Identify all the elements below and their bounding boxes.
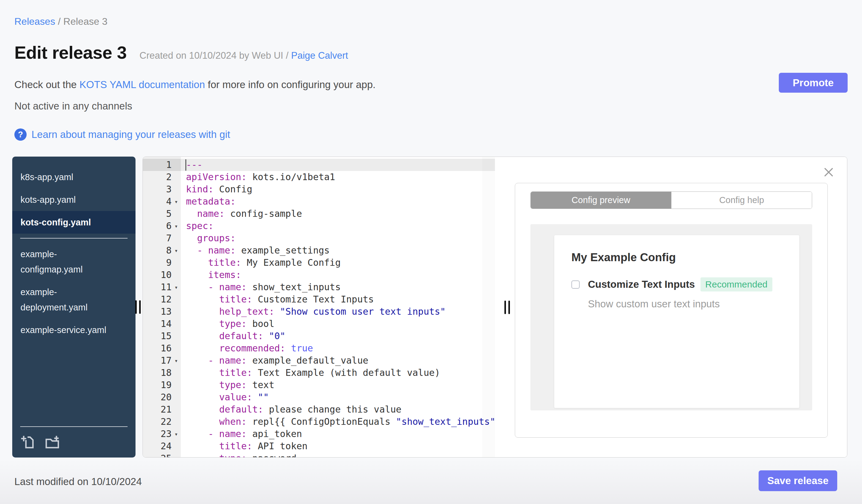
- line-number: 10: [143, 269, 172, 281]
- config-item-help-text: Show custom user text inputs: [588, 298, 782, 310]
- code-line[interactable]: title: Customize Text Inputs: [181, 293, 495, 306]
- file-list-bottom: example-configmap.yamlexample-deployment…: [12, 243, 135, 341]
- file-item[interactable]: kots-config.yaml: [12, 211, 135, 234]
- file-list-divider: [20, 238, 128, 239]
- code-line[interactable]: help_text: "Show custom user text inputs…: [181, 306, 495, 318]
- gutter-row: 21: [143, 403, 181, 416]
- kots-docs-link[interactable]: KOTS YAML documentation: [80, 79, 205, 90]
- file-item[interactable]: example-deployment.yaml: [12, 281, 135, 319]
- code-line[interactable]: value: "": [181, 391, 495, 403]
- sidebar-resize-handle[interactable]: [135, 300, 141, 314]
- editor-scrollbar[interactable]: [482, 157, 495, 457]
- line-number: 8: [143, 244, 172, 256]
- config-group-card: My Example Config Customize Text Inputs …: [554, 235, 799, 408]
- yaml-editor[interactable]: 1234▾56▾78▾91011▾121314151617▾1819202122…: [143, 157, 495, 457]
- author-link[interactable]: Paige Calvert: [291, 50, 348, 61]
- promote-button[interactable]: Promote: [779, 73, 848, 93]
- gutter-row: 12: [143, 293, 181, 306]
- code-line[interactable]: ---: [181, 159, 495, 171]
- fold-arrow-placeholder: [172, 293, 181, 306]
- tab-config-help[interactable]: Config help: [671, 192, 812, 209]
- gutter-row: 3: [143, 183, 181, 196]
- gutter-row: 2: [143, 171, 181, 183]
- fold-arrow-icon[interactable]: ▾: [172, 220, 181, 232]
- code-line[interactable]: kind: Config: [181, 183, 495, 196]
- code-line[interactable]: default: please change this value: [181, 403, 495, 416]
- channel-status: Not active in any channels: [14, 100, 132, 112]
- fold-arrow-placeholder: [172, 391, 181, 403]
- recommended-badge: Recommended: [701, 277, 772, 291]
- git-help-row: ? Learn about managing your releases wit…: [14, 129, 230, 141]
- line-number: 15: [143, 330, 172, 342]
- code-line[interactable]: type: bool: [181, 318, 495, 330]
- code-line[interactable]: apiVersion: kots.io/v1beta1: [181, 171, 495, 183]
- file-item[interactable]: kots-app.yaml: [12, 188, 135, 211]
- code-line[interactable]: default: "0": [181, 330, 495, 342]
- config-item-row: Customize Text Inputs Recommended: [571, 277, 782, 291]
- code-line[interactable]: metadata:: [181, 196, 495, 208]
- fold-arrow-placeholder: [172, 269, 181, 281]
- code-line[interactable]: when: repl{{ ConfigOptionEquals "show_te…: [181, 416, 495, 428]
- code-line[interactable]: type: text: [181, 379, 495, 391]
- code-line[interactable]: - name: api_token: [181, 428, 495, 440]
- fold-arrow-icon[interactable]: ▾: [172, 281, 181, 293]
- file-item[interactable]: k8s-app.yaml: [12, 166, 135, 188]
- gutter-row: 23▾: [143, 428, 181, 440]
- fold-arrow-icon[interactable]: ▾: [172, 428, 181, 440]
- line-number: 12: [143, 293, 172, 306]
- line-number: 5: [143, 208, 172, 220]
- file-item[interactable]: example-configmap.yaml: [12, 243, 135, 281]
- tab-config-preview[interactable]: Config preview: [531, 192, 671, 209]
- code-line[interactable]: type: password: [181, 452, 495, 457]
- code-line[interactable]: recommended: true: [181, 342, 495, 355]
- sidebar-footer: [12, 426, 135, 457]
- code-line[interactable]: groups:: [181, 232, 495, 244]
- gutter-row: 10: [143, 269, 181, 281]
- line-number: 1: [143, 159, 172, 171]
- config-preview-card: Config preview Config help My Example Co…: [515, 183, 828, 438]
- line-number: 9: [143, 256, 172, 269]
- config-group-title: My Example Config: [571, 251, 782, 264]
- code-line[interactable]: name: config-sample: [181, 208, 495, 220]
- editor-code[interactable]: ---apiVersion: kots.io/v1beta1kind: Conf…: [181, 157, 495, 457]
- last-modified-text: Last modified on 10/10/2024: [14, 476, 142, 488]
- add-file-icon[interactable]: [20, 434, 36, 450]
- file-item[interactable]: example-service.yaml: [12, 319, 135, 341]
- preview-tabs: Config preview Config help: [531, 191, 812, 209]
- code-line[interactable]: title: API token: [181, 440, 495, 452]
- breadcrumb-separator: /: [55, 16, 63, 27]
- code-line[interactable]: items:: [181, 269, 495, 281]
- gutter-row: 1: [143, 159, 181, 171]
- close-preview-button[interactable]: [823, 166, 835, 178]
- breadcrumb-current: Release 3: [63, 16, 107, 27]
- code-line[interactable]: - name: example_settings: [181, 244, 495, 256]
- created-info: Created on 10/10/2024 by Web UI / Paige …: [140, 50, 348, 61]
- gutter-row: 16: [143, 342, 181, 355]
- code-line[interactable]: title: My Example Config: [181, 256, 495, 269]
- line-number: 6: [143, 220, 172, 232]
- line-number: 21: [143, 403, 172, 416]
- gutter-row: 18: [143, 367, 181, 379]
- line-number: 19: [143, 379, 172, 391]
- add-folder-icon[interactable]: [44, 434, 61, 450]
- fold-arrow-placeholder: [172, 171, 181, 183]
- breadcrumb-releases-link[interactable]: Releases: [14, 16, 55, 27]
- gutter-row: 8▾: [143, 244, 181, 256]
- code-line[interactable]: - name: example_default_value: [181, 355, 495, 367]
- gutter-row: 19: [143, 379, 181, 391]
- code-line[interactable]: - name: show_text_inputs: [181, 281, 495, 293]
- git-releases-link[interactable]: Learn about managing your releases with …: [31, 129, 230, 141]
- gutter-row: 6▾: [143, 220, 181, 232]
- fold-arrow-placeholder: [172, 232, 181, 244]
- fold-arrow-icon[interactable]: ▾: [172, 355, 181, 367]
- preview-resize-handle[interactable]: [505, 301, 510, 314]
- code-line[interactable]: spec:: [181, 220, 495, 232]
- close-icon: [823, 166, 835, 178]
- fold-arrow-icon[interactable]: ▾: [172, 244, 181, 256]
- file-list-top: k8s-app.yamlkots-app.yamlkots-config.yam…: [12, 166, 135, 234]
- code-line[interactable]: title: Text Example (with default value): [181, 367, 495, 379]
- fold-arrow-icon[interactable]: ▾: [172, 196, 181, 208]
- save-release-button[interactable]: Save release: [759, 470, 837, 491]
- fold-arrow-placeholder: [172, 306, 181, 318]
- config-item-checkbox[interactable]: [571, 280, 580, 289]
